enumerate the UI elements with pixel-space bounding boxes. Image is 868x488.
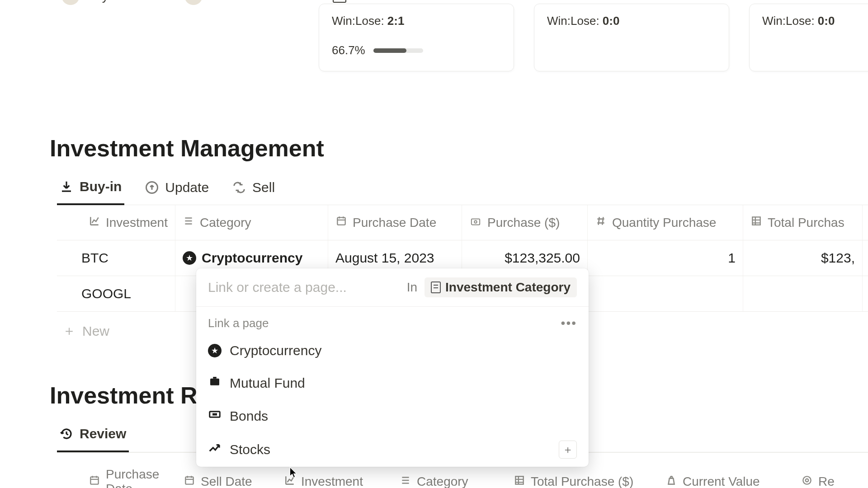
- popover-item-mutual-fund[interactable]: Mutual Fund: [196, 366, 589, 399]
- hash-icon: [595, 215, 607, 230]
- winlose-value: 0:0: [603, 14, 620, 28]
- trend-up-icon: [208, 441, 222, 458]
- svg-point-3: [474, 221, 477, 223]
- popover-section-header: Link a page •••: [196, 307, 589, 335]
- col-header-investment[interactable]: Investment: [57, 205, 175, 240]
- col-header-quantity[interactable]: Quantity Purchase: [588, 205, 743, 240]
- winlose-value: 2:1: [387, 14, 405, 28]
- plus-icon: ＋: [62, 322, 76, 340]
- tab-update[interactable]: Update: [142, 174, 212, 205]
- col-label: Purchase ($): [487, 216, 560, 230]
- svg-rect-4: [752, 217, 760, 225]
- col-label: Category: [200, 216, 251, 230]
- summary-card[interactable]: Win:Lose: 0:0: [534, 4, 729, 71]
- cell-category-text: Cryptocurrency: [202, 250, 302, 266]
- winlose-value: 0:0: [818, 14, 835, 28]
- breadcrumb-sep-icon: /: [148, 0, 151, 3]
- col-label: Sell Date: [201, 474, 252, 488]
- popover-item-bonds[interactable]: Bonds: [196, 399, 589, 432]
- breadcrumb-sep-icon: /: [323, 0, 326, 3]
- summary-card[interactable]: Win:Lose: 0:0: [749, 4, 868, 71]
- col-label: Investment: [301, 474, 363, 488]
- cell-quantity[interactable]: 1: [588, 240, 743, 276]
- section-title-management: Investment Management: [50, 135, 868, 162]
- svg-rect-5: [210, 379, 219, 385]
- calendar-icon: [184, 474, 195, 488]
- add-new-button[interactable]: ＋: [559, 441, 577, 459]
- upload-circle-icon: [145, 181, 159, 194]
- target-icon: [801, 474, 813, 488]
- winlose-label: Win:Lose:: [332, 14, 384, 28]
- summary-cards: Win:Lose: 2:1 66.7% Win:Lose: 0:0 Win:Lo…: [0, 4, 868, 71]
- popover-item-label: Stocks: [230, 442, 270, 457]
- history-icon: [60, 427, 73, 441]
- winlose-label: Win:Lose:: [762, 14, 815, 28]
- table-header-row: Investment Category Purchase Date Purcha…: [57, 205, 868, 240]
- svg-rect-8: [90, 477, 98, 484]
- winlose-label: Win:Lose:: [547, 14, 599, 28]
- breadcrumb-current[interactable]: Investment Tracker: [353, 0, 460, 3]
- tab-sell[interactable]: Sell: [230, 174, 278, 205]
- ticket-icon: [208, 408, 222, 424]
- popover-source-text: Investment Category: [445, 280, 571, 295]
- cell-total[interactable]: [743, 276, 863, 311]
- col-label: Re: [818, 474, 835, 488]
- col-header-purchase-date[interactable]: Purchase Date: [57, 459, 176, 488]
- breadcrumb-sep-icon: /: [175, 0, 178, 3]
- star-icon: [208, 344, 222, 357]
- list-icon: [400, 474, 411, 488]
- col-label: Current Value: [683, 474, 760, 488]
- popover-item-label: Mutual Fund: [230, 375, 305, 391]
- svg-rect-7: [212, 413, 217, 416]
- breadcrumb-workspace[interactable]: HeyAlbert: [86, 0, 142, 3]
- popover-item-label: Bonds: [230, 408, 268, 424]
- new-label: New: [82, 324, 109, 339]
- col-label: Purchase Date: [106, 467, 169, 488]
- popover-item-cryptocurrency[interactable]: Cryptocurrency: [196, 335, 589, 366]
- more-icon[interactable]: •••: [561, 316, 577, 330]
- col-label: Total Purchas: [768, 216, 844, 230]
- relation-popover: In Investment Category Link a page ••• C…: [196, 268, 589, 467]
- briefcase-icon: [208, 375, 222, 391]
- col-header-current-value[interactable]: Current Value: [658, 459, 794, 488]
- page-icon: [431, 282, 441, 293]
- popover-section-label: Link a page: [208, 316, 269, 330]
- calendar-icon: [335, 215, 347, 230]
- col-label: Quantity Purchase: [612, 216, 716, 230]
- col-header-purchase-date[interactable]: Purchase Date: [328, 205, 462, 240]
- col-header-total[interactable]: Total Purchas: [743, 205, 863, 240]
- tab-label: Review: [80, 426, 126, 441]
- cell-quantity[interactable]: [588, 276, 743, 311]
- page-icon: [333, 0, 346, 3]
- cell-investment[interactable]: BTC: [57, 240, 175, 276]
- col-label: Total Purchase ($): [531, 474, 633, 488]
- cell-investment[interactable]: GOOGL: [57, 276, 175, 311]
- col-header-purchase[interactable]: Purchase ($): [462, 205, 588, 240]
- nav-forward-icon[interactable]: ›: [34, 0, 44, 4]
- popover-item-stocks[interactable]: Stocks ＋: [196, 432, 589, 467]
- col-label: Category: [417, 474, 468, 488]
- tab-buyin[interactable]: Buy-in: [57, 174, 124, 205]
- popover-in-label: In: [407, 280, 417, 295]
- popover-search-input[interactable]: [208, 280, 400, 295]
- summary-card[interactable]: Win:Lose: 2:1 66.7%: [319, 4, 514, 71]
- money-icon: [469, 216, 482, 230]
- popover-item-label: Cryptocurrency: [230, 343, 321, 358]
- col-header-return[interactable]: Re: [794, 459, 835, 488]
- calendar-icon: [89, 474, 100, 488]
- popover-source-tag[interactable]: Investment Category: [425, 277, 577, 297]
- svg-rect-9: [185, 477, 193, 484]
- tab-label: Buy-in: [80, 179, 122, 194]
- breadcrumb-parent[interactable]: Investment Tracker: [209, 0, 316, 3]
- svg-point-12: [806, 479, 809, 482]
- tab-review[interactable]: Review: [57, 422, 129, 452]
- col-label: Purchase Date: [353, 216, 436, 230]
- cell-total[interactable]: $123,: [743, 240, 863, 276]
- progress-bar: [373, 48, 423, 53]
- breadcrumb-ellipsis[interactable]: ...: [158, 0, 168, 3]
- nav-back-icon[interactable]: ‹: [18, 0, 28, 4]
- col-header-category[interactable]: Category: [175, 205, 328, 240]
- exchange-icon: [232, 181, 246, 194]
- chart-icon: [89, 215, 100, 230]
- weight-icon: [665, 474, 677, 488]
